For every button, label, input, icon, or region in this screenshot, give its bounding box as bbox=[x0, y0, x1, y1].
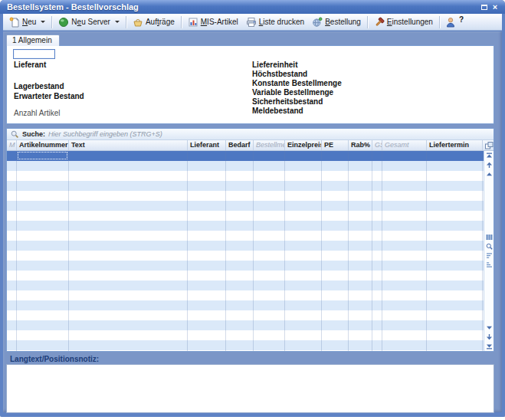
table-header: M Artikelnummer Text Lieferant Bedarf Be… bbox=[7, 140, 494, 151]
toolbar-separator bbox=[181, 16, 182, 28]
column-header-m[interactable]: M bbox=[7, 140, 17, 150]
column-header-bestellmenge[interactable]: Bestellmenge bbox=[254, 140, 285, 150]
print-list-button-label: Liste drucken bbox=[259, 18, 304, 26]
columns-icon[interactable] bbox=[486, 234, 493, 241]
table-row[interactable] bbox=[7, 221, 484, 231]
help-question-mark: ? bbox=[459, 15, 464, 24]
column-header-einzelpreis[interactable]: Einzelpreis bbox=[285, 140, 322, 150]
maximize-button[interactable] bbox=[479, 2, 490, 12]
search-icon bbox=[11, 130, 19, 139]
column-header-bedarf[interactable]: Bedarf bbox=[226, 140, 254, 150]
column-chooser-button[interactable] bbox=[483, 140, 494, 150]
mis-article-button-label: MIS-Artikel bbox=[201, 18, 238, 26]
maximize-icon bbox=[481, 5, 487, 10]
column-header-lieferant[interactable]: Lieferant bbox=[188, 140, 226, 150]
field-label-sicherheitsbestand: Sicherheitsbestand bbox=[252, 97, 323, 106]
mis-article-button[interactable]: MIS-Artikel bbox=[184, 15, 242, 29]
field-label-variable-bestellmenge: Variable Bestellmenge bbox=[252, 88, 333, 97]
chevron-down-icon[interactable] bbox=[115, 21, 120, 23]
search-label: Suche: bbox=[22, 130, 45, 138]
row-up-icon[interactable] bbox=[486, 171, 493, 178]
table-row[interactable] bbox=[7, 300, 484, 310]
table-row[interactable] bbox=[7, 201, 484, 211]
help-button[interactable]: ? bbox=[442, 15, 467, 29]
bar-chart-icon bbox=[188, 17, 198, 28]
field-label-hoechstbestand: Höchstbestand bbox=[252, 70, 307, 78]
toolbar-separator bbox=[367, 16, 368, 28]
table-row[interactable] bbox=[7, 191, 484, 201]
search-bar[interactable]: Suche: Hier Suchbegriff eingeben (STRG+S… bbox=[7, 129, 494, 140]
orders-button[interactable]: Aufträge bbox=[129, 15, 179, 29]
app-window: Bestellsystem - Bestellvorschlag × Neu N… bbox=[0, 0, 505, 417]
column-header-liefertermin[interactable]: Liefertermin bbox=[427, 140, 483, 150]
table-row[interactable] bbox=[7, 290, 484, 300]
toolbar-separator bbox=[439, 16, 440, 28]
field-label-lieferant: Lieferant bbox=[14, 61, 46, 69]
server-icon bbox=[58, 17, 69, 28]
field-label-liefereinheit: Liefereinheit bbox=[252, 61, 297, 69]
field-label-meldebestand: Meldebestand bbox=[252, 107, 303, 115]
column-header-pe[interactable]: PE bbox=[322, 140, 349, 150]
table-row[interactable] bbox=[7, 151, 484, 161]
printer-icon bbox=[246, 17, 257, 28]
order-button[interactable]: Bestellung bbox=[308, 15, 365, 29]
navigator-rail bbox=[484, 151, 494, 351]
tab-allgemein[interactable]: 1 Allgemein bbox=[6, 34, 60, 46]
table-row[interactable] bbox=[7, 330, 484, 340]
settings-button-label: Einstellungen bbox=[387, 18, 433, 26]
table-body bbox=[7, 151, 494, 351]
page-down-icon[interactable] bbox=[486, 333, 493, 340]
longtext-label: Langtext/Positionsnotiz: bbox=[10, 355, 99, 363]
table-row[interactable] bbox=[7, 171, 484, 181]
table-row[interactable] bbox=[7, 281, 484, 290]
focused-cell[interactable] bbox=[18, 152, 67, 159]
table-row[interactable] bbox=[7, 161, 484, 171]
column-header-gesamt[interactable]: Gesamt bbox=[382, 140, 427, 150]
article-table-panel: Suche: Hier Suchbegriff eingeben (STRG+S… bbox=[6, 128, 494, 352]
close-button[interactable]: × bbox=[490, 2, 500, 12]
order-button-label: Bestellung bbox=[325, 18, 361, 26]
settings-button[interactable]: Einstellungen bbox=[370, 15, 437, 29]
page-up-icon[interactable] bbox=[486, 162, 493, 169]
row-down-icon[interactable] bbox=[486, 324, 493, 331]
sort-descending-icon[interactable] bbox=[486, 252, 493, 259]
table-row[interactable] bbox=[7, 231, 484, 241]
column-header-rab[interactable]: Rab% bbox=[349, 140, 372, 150]
table-row[interactable] bbox=[7, 241, 484, 251]
field-label-konstante-bestellmenge: Konstante Bestellmenge bbox=[252, 79, 342, 87]
field-label-lagerbestand: Lagerbestand bbox=[14, 82, 64, 90]
toolbar-separator bbox=[126, 16, 126, 28]
main-toolbar: Neu Neu Server Aufträge MIS-Artikel List… bbox=[3, 14, 502, 31]
chevron-down-icon[interactable] bbox=[41, 21, 45, 23]
column-chooser-icon bbox=[485, 142, 494, 149]
new-server-button[interactable]: Neu Server bbox=[54, 15, 123, 29]
tab-label: 1 Allgemein bbox=[12, 36, 52, 44]
table-row[interactable] bbox=[7, 320, 484, 330]
title-bar: Bestellsystem - Bestellvorschlag × bbox=[0, 0, 505, 14]
table-row[interactable] bbox=[7, 251, 484, 261]
print-list-button[interactable]: Liste drucken bbox=[242, 15, 308, 29]
sort-ascending-icon[interactable] bbox=[486, 261, 493, 268]
field-label-anzahl-artikel: Anzahl Artikel bbox=[14, 109, 61, 117]
supplier-input[interactable] bbox=[13, 49, 55, 59]
column-header-artikelnummer[interactable]: Artikelnummer bbox=[17, 140, 69, 150]
zoom-search-icon[interactable] bbox=[486, 243, 493, 250]
column-header-gs[interactable]: GS bbox=[372, 140, 382, 150]
window-title: Bestellsystem - Bestellvorschlag bbox=[7, 2, 479, 11]
new-button[interactable]: Neu bbox=[5, 15, 49, 29]
field-label-erwarteter-bestand: Erwarteter Bestand bbox=[14, 92, 84, 100]
table-row[interactable] bbox=[7, 211, 484, 221]
navigator-middle-group bbox=[486, 234, 493, 268]
table-row[interactable] bbox=[7, 310, 484, 320]
table-row[interactable] bbox=[7, 340, 484, 350]
column-header-text[interactable]: Text bbox=[69, 140, 188, 150]
table-row[interactable] bbox=[7, 181, 484, 191]
longtext-textarea[interactable] bbox=[6, 364, 494, 413]
scroll-to-bottom-icon[interactable] bbox=[486, 343, 493, 349]
navigator-top-group bbox=[486, 153, 493, 178]
table-row[interactable] bbox=[7, 261, 484, 271]
search-input[interactable]: Hier Suchbegriff eingeben (STRG+S) bbox=[48, 130, 162, 138]
scroll-to-top-icon[interactable] bbox=[486, 153, 493, 159]
table-row[interactable] bbox=[7, 271, 484, 281]
globe-order-icon bbox=[312, 17, 323, 28]
